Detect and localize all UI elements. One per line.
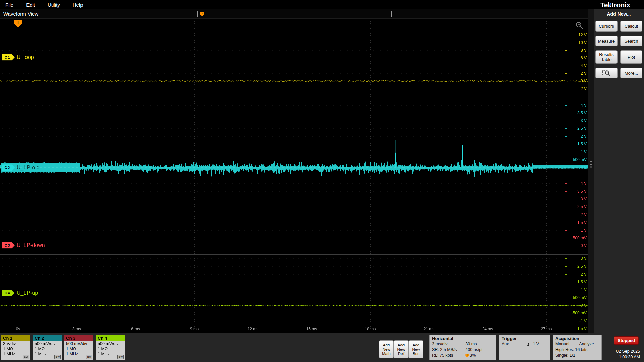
add-new-callout-button[interactable]: Callout [620,21,642,32]
tick-label: 2 V [581,134,587,139]
horizontal-record-length: RL: 75 kpts [432,353,465,358]
right-panel: Add New... CursorsCalloutMeasureSearchRe… [594,9,644,333]
menu-bar: FileEditUtilityHelp [0,0,644,9]
menu-item-help[interactable]: Help [73,2,83,8]
tick-label: 4 V [581,103,587,108]
channel-termination: 1 MΩ [33,347,62,352]
tick-label: 0 V [581,243,587,248]
time-axis-label: 24 ms [482,327,493,331]
tick-label: 3 V [581,197,587,201]
tick-label: -1.5 V [576,326,587,331]
channel-label-c-3[interactable]: U_LP-down [17,242,45,248]
channel-card-header: Ch 3 [64,335,93,341]
tick-label: 1.5 V [577,142,587,146]
waveform-canvas[interactable] [0,19,588,333]
trigger-position-icon: T [465,354,469,357]
tick-label: 3 V [581,118,587,123]
record-trigger-marker[interactable]: T [200,12,204,16]
tick-label: 2.5 V [577,264,587,269]
waveform-view-titlebar: Waveform View T [0,9,588,19]
time-axis-label: 15 ms [306,327,317,331]
trigger-source: Aux [502,341,526,347]
tick-label: 0 V [581,165,587,170]
time-axis-label: 0s [16,327,20,331]
menu-item-utility[interactable]: Utility [48,2,60,8]
channel-card-ch-4[interactable]: Ch 4500 mV/div1 MΩ1 MHzBw [96,335,125,360]
channel-card-ch-1[interactable]: Ch 12 V/div1 MΩ1 MHzBw [1,335,30,360]
record-view-line [198,14,391,14]
datetime: 02 Sep 2025 1:00:39 AM [600,349,640,360]
add-new-bus-button[interactable]: Add New Bus [409,340,423,358]
tick-label: 10 V [578,40,587,45]
add-new-ref-button[interactable]: Add New Ref [394,340,409,358]
acquisition-mode: Manual, [555,341,579,347]
channel-label-c-2[interactable]: U_LP-o.d [17,165,40,171]
rising-edge-icon [526,342,532,347]
channel-scale: 2 V/div [1,341,30,347]
run-stop-status-button[interactable]: Stopped [614,336,639,345]
horizontal-sample-rate: SR: 2.5 MS/s [432,347,465,353]
menu-item-edit[interactable]: Edit [26,2,35,8]
tick-label: 2.5 V [577,126,587,131]
tick-label: 500 mV [573,295,587,300]
time-axis-label: 18 ms [365,327,376,331]
tick-label: 2 V [581,212,587,217]
acquisition-panel[interactable]: Acquisition Manual, Analyze High Res: 16… [553,335,602,360]
tick-label: 1.5 V [577,280,587,284]
time-axis-label: 9 ms [190,327,199,331]
channel-card-ch-3[interactable]: Ch 3500 mV/div1 MΩ1 MHzBw [64,335,93,360]
add-new-plot-button[interactable]: Plot [620,50,642,64]
tick-label: 500 mV [573,157,587,162]
tick-label: -1 V [579,319,587,323]
date-label: 02 Sep 2025 [600,349,640,354]
channel-termination: 1 MΩ [64,347,93,352]
bandwidth-badge: Bw [86,355,92,359]
tick-label: 2.5 V [577,204,587,209]
trigger-panel[interactable]: Trigger Aux 1 V [499,335,550,360]
channel-scale: 500 mV/div [64,341,93,347]
horizontal-per-point: 400 ns/pt [465,347,494,353]
tick-label: 1.5 V [577,220,587,225]
channel-scale: 500 mV/div [96,341,125,347]
waveform-plot: T 12 V10 V8 V6 V4 V2 V0 V-2 VC 1U_loop4 … [0,19,588,333]
channel-card-header: Ch 4 [96,335,125,341]
horizontal-title: Horizontal [432,336,494,341]
channel-label-c-4[interactable]: U_LP-up [17,290,38,296]
panel-splitter[interactable] [588,9,594,333]
time-axis-label: 3 ms [72,327,81,331]
horizontal-span: 30 ms [465,341,494,347]
waveform-view-title: Waveform View [3,11,38,17]
tick-label: -2 V [579,86,587,91]
tick-label: -500 mV [572,311,587,315]
record-view-bar[interactable]: T [197,12,392,16]
channel-label-c-1[interactable]: U_loop [17,54,34,60]
acquisition-resolution: High Res: 16 bits [555,347,587,353]
add-new-results-table-button[interactable]: Results Table [595,50,618,64]
add-new-math-button[interactable]: Add New Math [379,340,394,358]
acquisition-analyze: Analyze [579,341,599,347]
acquisition-sequence: Single: 1/1 [555,353,575,358]
tick-label: 6 V [581,56,587,60]
bandwidth-badge: Bw [23,355,29,359]
channel-termination: 1 MΩ [96,347,125,352]
trigger-level: 1 V [533,341,539,347]
channel-scale: 500 mV/div [33,341,62,347]
tektronix-logo: Tektronix [600,1,630,9]
channel-card-ch-2[interactable]: Ch 2500 mV/div1 MΩ1 MHzBw [33,335,62,360]
horizontal-panel[interactable]: Horizontal 3 ms/div 30 ms SR: 2.5 MS/s 4… [429,335,496,360]
zoom-overlay-button[interactable] [595,68,618,78]
zoom-icon[interactable] [575,21,584,31]
tick-label: 3.5 V [577,111,587,115]
tick-label: 12 V [578,33,587,37]
time-axis-label: 27 ms [541,327,552,331]
splitter-grip [590,161,592,168]
bandwidth-badge: Bw [54,355,61,359]
add-new-cursors-button[interactable]: Cursors [595,21,618,32]
add-new-more-button[interactable]: More... [620,68,642,78]
horizontal-scale: 3 ms/div [432,341,465,347]
menu-item-file[interactable]: File [5,2,13,8]
time-axis-label: 12 ms [248,327,259,331]
add-new-measure-button[interactable]: Measure [595,36,618,46]
add-new-search-button[interactable]: Search [620,36,642,46]
trigger-title: Trigger [502,336,547,341]
